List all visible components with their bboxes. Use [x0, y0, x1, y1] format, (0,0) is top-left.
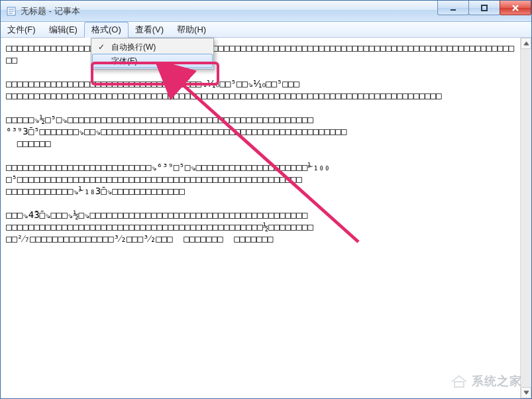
svg-marker-9 — [524, 391, 529, 394]
window-controls — [438, 1, 531, 15]
svg-rect-12 — [454, 382, 464, 387]
watermark: 系统之家 — [451, 373, 522, 389]
menu-help[interactable]: 帮助(H) — [170, 22, 213, 37]
menu-edit[interactable]: 编辑(E) — [42, 22, 84, 37]
close-button[interactable] — [500, 1, 531, 15]
text-content[interactable]: □□□□□□□□□□□□□□□□□□□□□□□□□□□□□□□□□□□□□□□□… — [1, 38, 520, 398]
menu-view[interactable]: 查看(V) — [129, 22, 170, 37]
app-window: 无标题 - 记事本 文件(F) 编辑(E) 格式(O) 查看(V) 帮助(H) … — [0, 0, 532, 399]
editor-area: □□□□□□□□□□□□□□□□□□□□□□□□□□□□□□□□□□□□□□□□… — [1, 38, 531, 398]
menu-file[interactable]: 文件(F) — [1, 22, 42, 37]
title-bar[interactable]: 无标题 - 记事本 — [1, 1, 531, 22]
wordwrap-label: 自动换行(W) — [111, 42, 156, 53]
scroll-down-button[interactable] — [521, 387, 531, 398]
menu-bar: 文件(F) 编辑(E) 格式(O) 查看(V) 帮助(H) — [1, 22, 531, 38]
checkmark-icon: ✓ — [98, 42, 105, 52]
vertical-scrollbar[interactable] — [520, 38, 531, 398]
window-title: 无标题 - 记事本 — [21, 5, 80, 17]
watermark-text: 系统之家 — [472, 373, 522, 389]
scroll-track[interactable] — [521, 49, 531, 387]
menu-format[interactable]: 格式(O) — [84, 22, 129, 38]
svg-rect-5 — [482, 5, 487, 11]
font-label: 字体(F)... — [111, 56, 144, 67]
svg-marker-8 — [524, 42, 529, 45]
maximize-button[interactable] — [468, 1, 500, 15]
app-icon — [6, 6, 17, 17]
wordwrap-menu-item[interactable]: ✓ 自动换行(W) — [93, 40, 212, 54]
minimize-button[interactable] — [437, 1, 469, 15]
format-dropdown: ✓ 自动换行(W) 字体(F)... — [91, 38, 214, 70]
font-menu-item[interactable]: 字体(F)... — [92, 54, 213, 68]
watermark-icon — [451, 374, 468, 388]
scroll-up-button[interactable] — [521, 38, 531, 49]
